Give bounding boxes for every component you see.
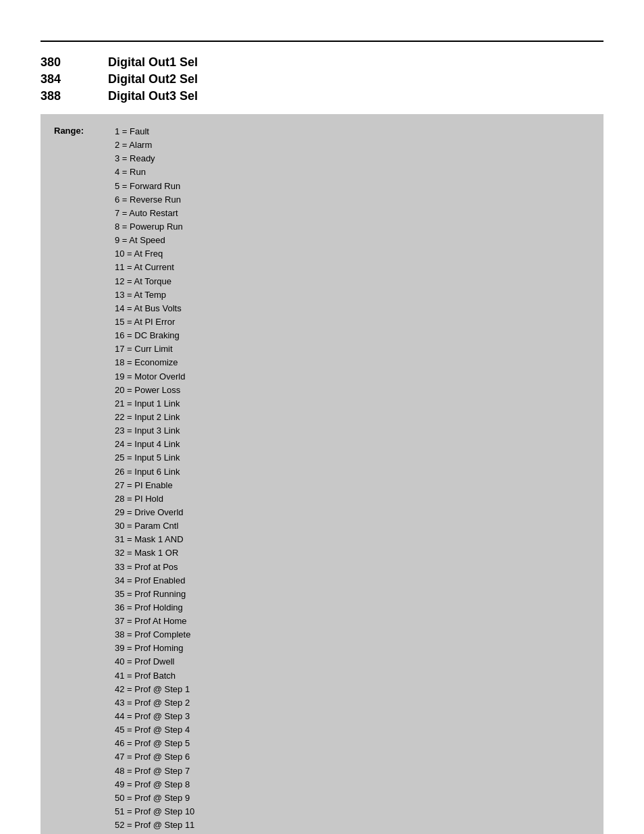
range-value-item: 38 = Prof Complete [115, 628, 194, 642]
range-value-item: 1 = Fault [115, 125, 194, 138]
range-value-item: 27 = PI Enable [115, 479, 194, 492]
range-value-item: 3 = Ready [115, 152, 194, 165]
range-value-item: 34 = Prof Enabled [115, 574, 194, 588]
range-value-item: 22 = Input 2 Link [115, 411, 194, 424]
param-title-1: Digital Out2 Sel [108, 72, 198, 86]
range-values: 1 = Fault2 = Alarm3 = Ready4 = Run5 = Fo… [115, 125, 194, 834]
range-value-item: 50 = Prof @ Step 9 [115, 791, 194, 805]
range-value-item: 37 = Prof At Home [115, 615, 194, 628]
range-value-item: 49 = Prof @ Step 8 [115, 778, 194, 791]
range-value-item: 19 = Motor Overld [115, 370, 194, 384]
param-row-0: 380 Digital Out1 Sel [41, 55, 603, 70]
range-value-item: 36 = Prof Holding [115, 601, 194, 615]
range-value-item: 47 = Prof @ Step 6 [115, 750, 194, 764]
range-value-item: 17 = Curr Limit [115, 342, 194, 356]
range-value-item: 8 = Powerup Run [115, 220, 194, 234]
range-value-item: 46 = Prof @ Step 5 [115, 737, 194, 750]
range-value-item: 52 = Prof @ Step 11 [115, 818, 194, 832]
range-value-item: 44 = Prof @ Step 3 [115, 710, 194, 723]
range-value-item: 16 = DC Braking [115, 329, 194, 342]
range-value-item: 24 = Input 4 Link [115, 438, 194, 451]
range-value-item: 31 = Mask 1 AND [115, 533, 194, 546]
param-title-2: Digital Out3 Sel [108, 89, 198, 103]
range-value-item: 41 = Prof Batch [115, 669, 194, 683]
page-container: 380 Digital Out1 Sel 384 Digital Out2 Se… [0, 0, 644, 834]
range-value-item: 51 = Prof @ Step 10 [115, 805, 194, 818]
range-value-item: 28 = PI Hold [115, 492, 194, 506]
range-value-item: 10 = At Freq [115, 247, 194, 261]
top-rule [41, 41, 603, 42]
range-value-item: 40 = Prof Dwell [115, 655, 194, 669]
range-value-item: 23 = Input 3 Link [115, 424, 194, 438]
range-value-item: 32 = Mask 1 OR [115, 546, 194, 560]
range-value-item: 42 = Prof @ Step 1 [115, 683, 194, 696]
range-value-item: 48 = Prof @ Step 7 [115, 764, 194, 778]
param-number-2: 388 [41, 89, 95, 103]
param-title-0: Digital Out1 Sel [108, 55, 198, 70]
range-value-item: 7 = Auto Restart [115, 207, 194, 220]
param-number-1: 384 [41, 72, 95, 86]
range-value-item: 30 = Param Cntl [115, 519, 194, 533]
range-value-item: 18 = Economize [115, 356, 194, 369]
range-value-item: 6 = Reverse Run [115, 193, 194, 207]
range-value-item: 9 = At Speed [115, 234, 194, 247]
range-value-item: 13 = At Temp [115, 288, 194, 302]
range-label: Range: [54, 125, 101, 136]
header-section: 380 Digital Out1 Sel 384 Digital Out2 Se… [41, 55, 603, 103]
range-value-item: 12 = At Torque [115, 275, 194, 288]
range-value-item: 4 = Run [115, 165, 194, 179]
range-value-item: 20 = Power Loss [115, 384, 194, 397]
range-row: Range: 1 = Fault2 = Alarm3 = Ready4 = Ru… [54, 125, 590, 834]
range-value-item: 35 = Prof Running [115, 588, 194, 601]
range-value-item: 43 = Prof @ Step 2 [115, 696, 194, 710]
range-value-item: 33 = Prof at Pos [115, 561, 194, 574]
range-value-item: 29 = Drive Overld [115, 506, 194, 519]
param-row-2: 388 Digital Out3 Sel [41, 89, 603, 103]
range-value-item: 39 = Prof Homing [115, 642, 194, 655]
range-value-item: 14 = At Bus Volts [115, 302, 194, 315]
range-value-item: 2 = Alarm [115, 138, 194, 152]
range-value-item: 26 = Input 6 Link [115, 465, 194, 479]
range-value-item: 45 = Prof @ Step 4 [115, 723, 194, 737]
range-value-item: 25 = Input 5 Link [115, 451, 194, 465]
param-row-1: 384 Digital Out2 Sel [41, 72, 603, 86]
range-value-item: 15 = At PI Error [115, 315, 194, 329]
content-area: Range: 1 = Fault2 = Alarm3 = Ready4 = Ru… [41, 114, 603, 834]
range-value-item: 5 = Forward Run [115, 180, 194, 193]
range-value-item: 11 = At Current [115, 261, 194, 274]
range-value-item: 21 = Input 1 Link [115, 397, 194, 411]
param-number-0: 380 [41, 55, 95, 70]
